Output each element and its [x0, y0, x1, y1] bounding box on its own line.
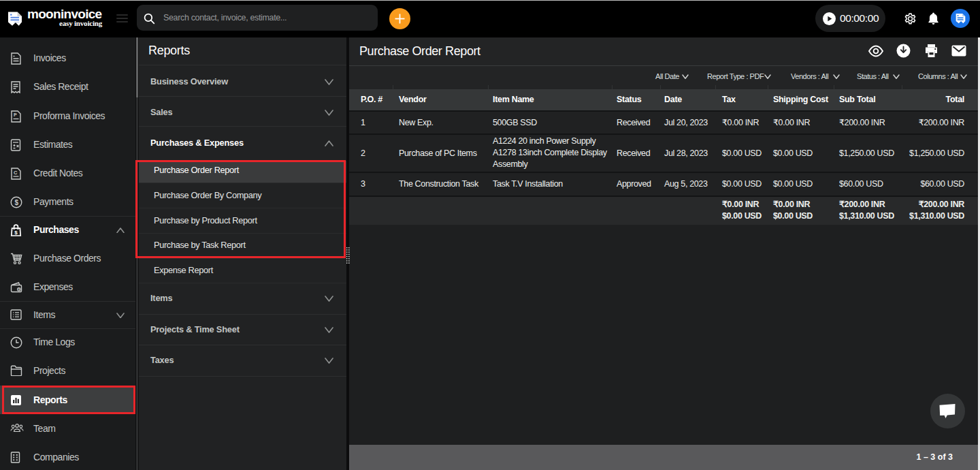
svg-text:P: P — [14, 112, 17, 117]
svg-text:C: C — [14, 170, 18, 176]
svg-text:$: $ — [14, 230, 18, 236]
svg-text:$: $ — [14, 198, 18, 206]
